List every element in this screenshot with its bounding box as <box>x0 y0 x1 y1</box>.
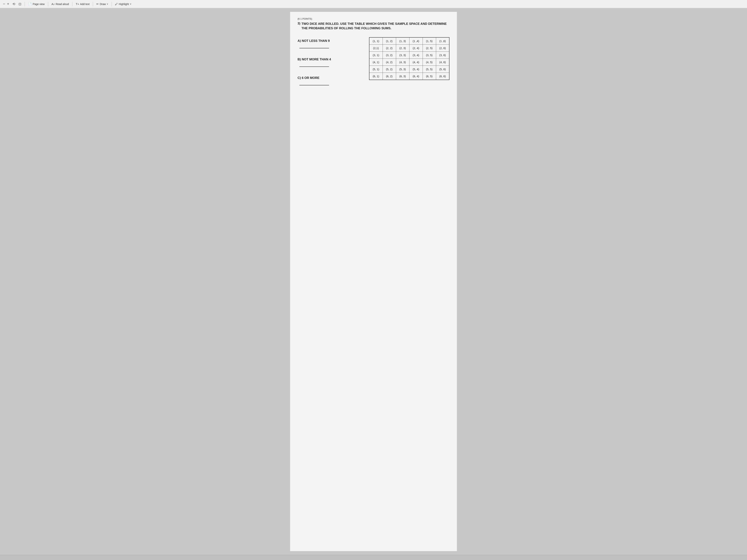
read-aloud-button[interactable]: A♪ Read aloud <box>52 2 69 5</box>
separator-2 <box>48 2 48 6</box>
table-row: (1, 1)(1, 2)(1, 3)(1 ,4)(1, 5)(1 ,6) <box>369 37 449 45</box>
rotate-icon[interactable]: ⟲ <box>12 2 15 6</box>
table-cell: (3, 3) <box>396 52 409 58</box>
table-cell: (2, 6) <box>436 45 449 52</box>
table-cell: (3, 4) <box>409 52 422 58</box>
add-text-icon: T+ <box>76 2 79 5</box>
draw-button[interactable]: ✏ Draw ∨ <box>96 2 108 6</box>
table-cell: (6, 4) <box>409 73 422 80</box>
table-cell: (5, 3) <box>396 65 409 73</box>
page-view-label: Page view <box>33 3 45 5</box>
table-cell: (6, 2) <box>383 73 396 80</box>
part-b-answer-line[interactable] <box>300 63 329 67</box>
table-cell: (1, 2) <box>383 37 396 45</box>
question-text: TWO DICE ARE ROLLED. USE THE TABLE WHICH… <box>302 22 449 31</box>
separator-1 <box>25 2 25 6</box>
bottom-bar <box>0 555 747 560</box>
draw-chevron-icon: ∨ <box>107 3 108 5</box>
table-row: (6, 1)(6, 2)(6, 3)(6, 4)(6, 5)(6, 6) <box>369 73 449 80</box>
table-row: (2,1)(2, 2)(2, 3)(2, 4)(2, 5)(2, 6) <box>369 45 449 52</box>
read-aloud-label: Read aloud <box>56 3 69 5</box>
table-cell: (4, 5) <box>422 58 436 65</box>
part-b: B) NOT MORE THAN 4 <box>298 54 363 73</box>
parts-column: A) NOT LESS THAN 9 B) NOT MORE THAN 4 C)… <box>298 37 363 87</box>
part-c-label: C) 6 OR MORE <box>298 76 363 80</box>
draw-label: Draw <box>100 3 106 5</box>
table-cell: (1 ,6) <box>436 37 449 45</box>
zoom-plus-button[interactable]: + <box>7 2 9 6</box>
part-c: C) 6 OR MORE <box>298 73 363 87</box>
table-cell: (1, 1) <box>369 37 383 45</box>
partial-header: (6 1 POINTS) <box>298 18 449 20</box>
table-row: (3, 1)(3, 2)(3, 3)(3, 4)(3, 5)(3, 6) <box>369 52 449 58</box>
separator-5 <box>111 2 112 6</box>
table-cell: (4, 2) <box>383 58 396 65</box>
page-view-button[interactable]: 📄 Page view <box>28 2 45 6</box>
part-c-answer-line[interactable] <box>300 81 329 85</box>
table-cell: (6, 6) <box>436 73 449 80</box>
page-view-icon: 📄 <box>28 2 32 6</box>
table-cell: (5, 1) <box>369 65 383 73</box>
table-cell: (6, 3) <box>396 73 409 80</box>
zoom-minus-button[interactable]: − <box>3 2 5 6</box>
table-cell: (2,1) <box>369 45 383 52</box>
table-cell: (6, 1) <box>369 73 383 80</box>
table-cell: (2, 5) <box>422 45 436 52</box>
table-row: (5, 1)(5, 2)(5, 3)(5, 4)(5, 5)(5, 6) <box>369 65 449 73</box>
highlight-chevron-icon: ∨ <box>130 3 131 5</box>
table-cell: (5, 4) <box>409 65 422 73</box>
page: (6 1 POINTS) 3) TWO DICE ARE ROLLED. USE… <box>290 12 457 551</box>
draw-icon: ✏ <box>96 2 99 6</box>
table-cell: (3, 1) <box>369 52 383 58</box>
separator-3 <box>72 2 73 6</box>
add-text-button[interactable]: T+ Add text <box>76 2 89 5</box>
part-a-label: A) NOT LESS THAN 9 <box>298 39 363 43</box>
table-cell: (2, 3) <box>396 45 409 52</box>
table-cell: (1 ,4) <box>409 37 422 45</box>
table-cell: (4, 6) <box>436 58 449 65</box>
table-cell: (5, 6) <box>436 65 449 73</box>
table-cell: (4, 4) <box>409 58 422 65</box>
table-cell: (1, 3) <box>396 37 409 45</box>
highlight-icon: 🖊 <box>115 2 118 5</box>
read-aloud-icon: A♪ <box>52 2 55 5</box>
table-cell: (3, 2) <box>383 52 396 58</box>
highlight-label: Highlight <box>119 3 129 5</box>
table-cell: (1, 5) <box>422 37 436 45</box>
table-cell: (3, 5) <box>422 52 436 58</box>
toolbar: − + ⟲ ⊡ 📄 Page view A♪ Read aloud T+ Add… <box>0 0 747 8</box>
question-number: 3) <box>298 22 300 34</box>
table-cell: (3, 6) <box>436 52 449 58</box>
table-cell: (2, 4) <box>409 45 422 52</box>
highlight-button[interactable]: 🖊 Highlight ∨ <box>115 2 131 5</box>
table-row: (4, 1)(4, 2)(4, 3)(4, 4)(4, 5)(4, 6) <box>369 58 449 65</box>
dice-table: (1, 1)(1, 2)(1, 3)(1 ,4)(1, 5)(1 ,6)(2,1… <box>369 37 449 80</box>
part-b-label: B) NOT MORE THAN 4 <box>298 58 363 61</box>
table-cell: (2, 2) <box>383 45 396 52</box>
table-cell: (6, 5) <box>422 73 436 80</box>
table-cell: (4, 3) <box>396 58 409 65</box>
question-body: A) NOT LESS THAN 9 B) NOT MORE THAN 4 C)… <box>298 37 449 87</box>
table-column: (1, 1)(1, 2)(1, 3)(1 ,4)(1, 5)(1 ,6)(2,1… <box>369 37 449 80</box>
table-cell: (5, 5) <box>422 65 436 73</box>
content-area: (6 1 POINTS) 3) TWO DICE ARE ROLLED. USE… <box>0 8 747 555</box>
table-cell: (4, 1) <box>369 58 383 65</box>
fit-icon[interactable]: ⊡ <box>19 2 21 6</box>
table-cell: (5, 2) <box>383 65 396 73</box>
part-a-answer-line[interactable] <box>300 44 329 48</box>
add-text-label: Add text <box>80 3 89 5</box>
zoom-controls: − + <box>3 2 9 6</box>
part-a: A) NOT LESS THAN 9 <box>298 37 363 54</box>
